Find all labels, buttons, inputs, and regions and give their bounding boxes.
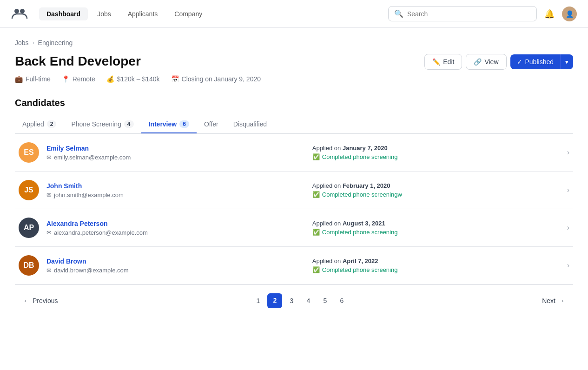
dollar-icon: 💰 — [106, 75, 114, 83]
job-meta: 💼 Full-time 📍 Remote 💰 $120k – $140k 📅 C… — [15, 75, 573, 83]
candidate-applied-date: Applied on August 3, 2021 — [312, 220, 560, 227]
tab-applied-badge: 2 — [47, 120, 57, 128]
notification-bell-icon[interactable]: 🔔 — [544, 9, 555, 19]
main-content: Jobs › Engineering Back End Developer ✏️… — [0, 28, 588, 328]
tab-phone-screening-label: Phone Screening — [71, 120, 121, 128]
avatar: DB — [19, 255, 39, 276]
page-3[interactable]: 3 — [284, 293, 299, 308]
avatar: ES — [19, 142, 39, 163]
candidates-title: Candidates — [15, 98, 573, 108]
edit-label: Edit — [443, 58, 454, 66]
job-header: Back End Developer ✏️ Edit 🔗 View ✓ Publ… — [15, 54, 573, 70]
search-box[interactable]: 🔍 — [388, 6, 537, 21]
edit-button[interactable]: ✏️ Edit — [424, 54, 462, 70]
tab-offer[interactable]: Offer — [197, 116, 226, 133]
breadcrumb: Jobs › Engineering — [15, 39, 573, 46]
briefcase-icon: 💼 — [15, 75, 23, 83]
candidate-info: Emily Selman ✉ emily.selman@example.com — [46, 145, 294, 161]
view-label: View — [484, 58, 498, 66]
breadcrumb-separator: › — [33, 40, 34, 46]
candidate-email-text: alexandra.peterson@example.com — [54, 229, 148, 236]
chevron-right-icon: › — [567, 148, 569, 157]
candidate-info: Alexandra Peterson ✉ alexandra.peterson@… — [46, 220, 294, 236]
chevron-right-icon: › — [567, 186, 569, 194]
search-input[interactable] — [407, 10, 531, 18]
main-nav: Dashboard Jobs Applicants Company — [39, 7, 388, 20]
candidate-name: Alexandra Peterson — [46, 220, 294, 227]
link-icon: 🔗 — [474, 58, 482, 66]
tab-applied[interactable]: Applied 2 — [15, 116, 64, 133]
candidate-screening-status: ✅ Completed phone screening — [312, 153, 560, 160]
check-circle-icon: ✅ — [312, 229, 320, 236]
chevron-right-icon: › — [567, 224, 569, 232]
published-caret-button[interactable]: ▾ — [560, 54, 573, 69]
candidate-email-text: david.brown@example.com — [54, 267, 129, 274]
nav-dashboard[interactable]: Dashboard — [39, 7, 88, 20]
avatar: AP — [19, 218, 39, 238]
breadcrumb-jobs[interactable]: Jobs — [15, 39, 29, 46]
candidate-applied-date: Applied on April 7, 2022 — [312, 258, 560, 264]
email-icon: ✉ — [46, 229, 52, 236]
page-6[interactable]: 6 — [334, 293, 349, 308]
candidate-name: Emily Selman — [46, 145, 294, 152]
candidate-status: Applied on August 3, 2021 ✅ Completed ph… — [294, 220, 560, 236]
table-row[interactable]: ES Emily Selman ✉ emily.selman@example.c… — [15, 134, 573, 172]
candidate-name: John Smith — [46, 182, 294, 190]
screening-text: Completed phone screening — [322, 266, 398, 273]
job-closing: 📅 Closing on January 9, 2020 — [171, 75, 261, 83]
page-2[interactable]: 2 — [267, 293, 282, 308]
check-circle-icon: ✅ — [312, 266, 320, 273]
tab-interview-badge: 6 — [179, 120, 189, 128]
nav-jobs[interactable]: Jobs — [90, 7, 119, 20]
table-row[interactable]: DB David Brown ✉ david.brown@example.com… — [15, 247, 573, 284]
next-button[interactable]: Next → — [537, 294, 569, 307]
candidate-email: ✉ emily.selman@example.com — [46, 154, 294, 161]
job-type: 💼 Full-time — [15, 75, 51, 83]
page-4[interactable]: 4 — [301, 293, 316, 308]
email-icon: ✉ — [46, 192, 52, 198]
arrow-right-icon: → — [558, 297, 565, 304]
previous-button[interactable]: ← Previous — [19, 294, 62, 307]
user-avatar[interactable]: 👤 — [562, 7, 577, 21]
candidate-email: ✉ alexandra.peterson@example.com — [46, 229, 294, 236]
nav-applicants[interactable]: Applicants — [120, 7, 165, 20]
view-button[interactable]: 🔗 View — [466, 54, 506, 70]
location-icon: 📍 — [62, 75, 70, 83]
tab-interview[interactable]: Interview 6 — [141, 116, 197, 133]
candidate-screening-status: ✅ Completed phone screening — [312, 266, 560, 273]
navbar: Dashboard Jobs Applicants Company 🔍 🔔 👤 — [0, 0, 588, 28]
candidate-date: February 1, 2020 — [343, 182, 390, 189]
breadcrumb-engineering: Engineering — [38, 39, 73, 46]
candidate-date: January 7, 2020 — [343, 145, 388, 152]
table-row[interactable]: AP Alexandra Peterson ✉ alexandra.peters… — [15, 209, 573, 247]
candidate-screening-status: ✅ Completed phone screeningw — [312, 191, 560, 198]
table-row[interactable]: JS John Smith ✉ john.smith@example.com A… — [15, 172, 573, 209]
tab-disqualified[interactable]: Disqualified — [226, 116, 274, 133]
nav-company[interactable]: Company — [167, 7, 210, 20]
next-label: Next — [542, 297, 555, 304]
page-numbers: 1 2 3 4 5 6 — [251, 293, 349, 308]
job-actions: ✏️ Edit 🔗 View ✓ Published ▾ — [424, 54, 573, 70]
candidate-screening-status: ✅ Completed phone screening — [312, 229, 560, 236]
chevron-down-icon: ▾ — [565, 59, 568, 66]
page-5[interactable]: 5 — [317, 293, 332, 308]
candidates-tabs: Applied 2 Phone Screening 4 Interview 6 … — [15, 116, 573, 133]
pagination: ← Previous 1 2 3 4 5 6 Next → — [15, 284, 573, 317]
tab-offer-label: Offer — [204, 120, 218, 128]
edit-icon: ✏️ — [432, 58, 440, 66]
candidate-date: August 3, 2021 — [343, 220, 385, 227]
tab-applied-label: Applied — [22, 120, 44, 128]
check-circle-icon: ✅ — [312, 191, 320, 198]
candidate-info: David Brown ✉ david.brown@example.com — [46, 258, 294, 274]
logo[interactable] — [11, 5, 28, 23]
page-1[interactable]: 1 — [251, 293, 265, 308]
published-group: ✓ Published ▾ — [510, 54, 574, 69]
job-salary: 💰 $120k – $140k — [106, 75, 160, 83]
candidate-list: ES Emily Selman ✉ emily.selman@example.c… — [15, 133, 573, 284]
candidate-status: Applied on February 1, 2020 ✅ Completed … — [294, 182, 560, 198]
tab-phone-screening[interactable]: Phone Screening 4 — [64, 116, 141, 133]
chevron-right-icon: › — [567, 261, 569, 270]
published-button[interactable]: ✓ Published — [510, 54, 561, 69]
job-location-label: Remote — [73, 75, 95, 83]
candidate-email-text: emily.selman@example.com — [54, 154, 131, 161]
